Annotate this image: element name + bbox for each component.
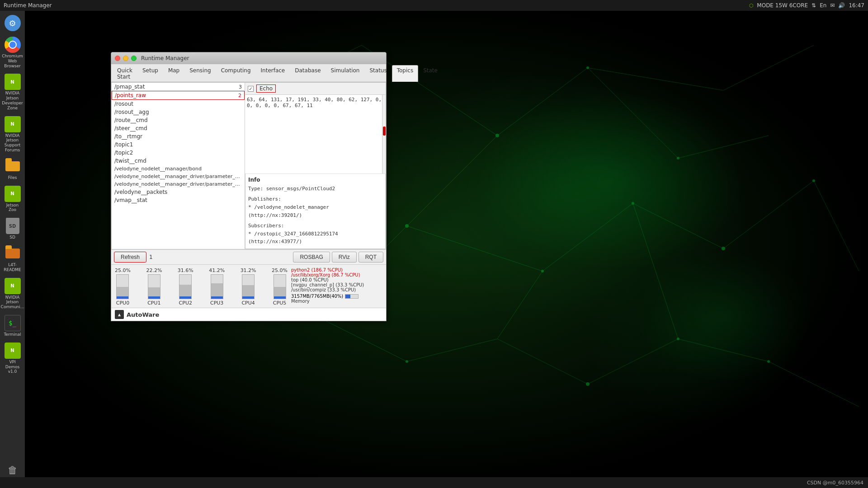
svg-point-36 <box>475 90 746 271</box>
files-icon <box>5 158 21 174</box>
volume-icon: 🔊 <box>838 2 845 9</box>
sidebar-label-sd: SD <box>9 235 15 240</box>
bottom-controls: Refresh 1 ROSBAG RViz RQT <box>111 249 386 264</box>
mail-icon: ✉ <box>830 2 835 9</box>
cpu3-label: CPU3 <box>210 300 223 306</box>
minimize-button[interactable] <box>123 56 128 61</box>
echo-checkbox[interactable] <box>248 86 254 92</box>
topic-item-rosout-agg[interactable]: /rosout__agg <box>112 108 245 116</box>
tab-sensing[interactable]: Sensing <box>184 65 216 82</box>
topic-item-route-cmd[interactable]: /route__cmd <box>112 116 245 124</box>
topic-item-to-rtmgr[interactable]: /to__rtmgr <box>112 132 245 141</box>
nvidia-community-icon: N <box>5 278 21 294</box>
sidebar-item-nvidia-dev[interactable]: N NVIDIA Jetson Developer Zone <box>2 72 24 112</box>
runtime-manager-window: Runtime Manager Quick Start Setup Map Se… <box>111 52 387 321</box>
sidebar-label-jetson-zoo: Jetson Zoo <box>3 203 23 213</box>
topic-item-velodyne-driver-descr[interactable]: /velodyne_nodelet__manager_driver/parame… <box>112 173 245 180</box>
tab-computing[interactable]: Computing <box>216 65 256 82</box>
echo-scrollbar[interactable] <box>382 95 386 174</box>
sidebar-item-nvidia-forums[interactable]: N NVIDIA Jetson Support Forums <box>2 114 24 155</box>
topic-item-steer-cmd[interactable]: /steer__cmd <box>112 124 245 132</box>
topic-item-velodyne-packets[interactable]: /velodyne__packets <box>112 188 245 196</box>
sidebar-item-jetson-zoo[interactable]: N Jetson Zoo <box>2 184 24 215</box>
cpu-monitor: 25.0% CPU0 22.2% <box>111 264 386 308</box>
sidebar-label-l4t: L4T-README <box>3 263 23 272</box>
statusbar-bottom: CSDN @m0_60355964 <box>0 477 868 488</box>
cpu5-bar-blue <box>274 296 286 299</box>
cpu5-percent: 25.0% <box>272 267 288 273</box>
taskbar-left: Runtime Manager <box>4 2 52 9</box>
topic-list[interactable]: /pmap_stat 3 /points_raw 2 /rosout /roso… <box>111 82 245 249</box>
svg-point-30 <box>812 179 815 182</box>
cpu2-bar <box>179 274 192 299</box>
tab-state[interactable]: State <box>418 65 443 82</box>
sidebar-item-settings[interactable]: ⚙ <box>2 13 24 33</box>
echo-data: 63, 64, 131, 17, 191, 33, 40, 80, 62, 12… <box>245 95 386 174</box>
process-info: python2 (186.7 %CPU) /usr/lib/xorg/Xorg … <box>288 267 382 304</box>
cpu2-bar-gray <box>179 285 191 296</box>
maximize-button[interactable] <box>131 56 137 61</box>
process-4: /usr/bin/compiz (33.3 %CPU) <box>291 287 382 292</box>
sidebar-item-chromium[interactable]: Chromium Web Browser <box>2 35 24 70</box>
cpu0-percent: 25.0% <box>115 267 131 273</box>
tab-topics[interactable]: Topics <box>392 65 418 82</box>
topic-item-velodyne-driver-updat[interactable]: /velodyne_nodelet__manager_driver/parame… <box>112 180 245 188</box>
topic-item-twist-cmd[interactable]: /twist__cmd <box>112 157 245 165</box>
svg-point-32 <box>406 360 408 363</box>
rviz-button[interactable]: RViz <box>332 252 357 263</box>
topic-item-vmap-stat[interactable]: /vmap__stat <box>112 196 245 204</box>
info-publishers-label: Publishers: <box>248 195 382 203</box>
info-panel: Info Type: sensor_msgs/PointCloud2 Publi… <box>245 174 386 249</box>
sidebar-item-files[interactable]: Files <box>2 156 24 182</box>
svg-point-33 <box>586 382 590 386</box>
taskbar-top: Runtime Manager ⬡ MODE 15W 6CORE ⇅ En ✉ … <box>0 0 868 11</box>
sidebar-label-nvidia-dev: NVIDIA Jetson Developer Zone <box>2 91 23 110</box>
tab-quick-start[interactable]: Quick Start <box>112 65 137 82</box>
window-content: /pmap_stat 3 /points_raw 2 /rosout /roso… <box>111 82 386 321</box>
sidebar-label-terminal: Terminal <box>4 332 21 337</box>
memory-label-row: Memory <box>291 299 382 304</box>
cpu0-bar <box>116 274 129 299</box>
cpu2-percent: 31.6% <box>178 267 193 273</box>
sidebar-item-l4t[interactable]: L4T-README <box>2 244 24 274</box>
topic-item-rosout[interactable]: /rosout <box>112 100 245 108</box>
bottom-right-controls: ROSBAG RViz RQT <box>293 252 383 263</box>
topic-item-topic2[interactable]: /topic2 <box>112 149 245 157</box>
cpu1-percent: 22.2% <box>146 267 162 273</box>
cpu4-bar <box>242 274 255 299</box>
sidebar: ⚙ Chromium Web Browser N NVIDIA Jetson D… <box>0 11 25 488</box>
tab-simulation[interactable]: Simulation <box>326 65 365 82</box>
topic-item-velodyne-bond[interactable]: /velodyne_nodelet__manager/bond <box>112 165 245 173</box>
cpu4-item: 31.2% CPU4 <box>241 267 256 306</box>
svg-line-13 <box>407 339 497 361</box>
tab-database[interactable]: Database <box>290 65 326 82</box>
tab-interface[interactable]: Interface <box>256 65 290 82</box>
tab-map[interactable]: Map <box>163 65 184 82</box>
refresh-button[interactable]: Refresh <box>114 252 146 263</box>
autoware-logo-icon: ▲ <box>115 310 124 319</box>
sidebar-item-nvidia-community[interactable]: N NVIDIA Jetson Communi... <box>2 276 24 311</box>
rosbag-button[interactable]: ROSBAG <box>293 252 330 263</box>
svg-point-37 <box>633 249 814 384</box>
rqt-button[interactable]: RQT <box>359 252 383 263</box>
cpu5-item: 25.0% CPU5 <box>272 267 288 306</box>
cpu3-item: 41.2% CPU3 <box>209 267 225 306</box>
tab-status[interactable]: Status <box>364 65 392 82</box>
svg-line-9 <box>723 45 814 90</box>
svg-line-14 <box>497 339 588 384</box>
cpu-bars-section: 25.0% CPU0 22.2% <box>115 267 288 306</box>
sidebar-item-terminal[interactable]: $_ Terminal <box>2 313 24 339</box>
topics-panel: /pmap_stat 3 /points_raw 2 /rosout /roso… <box>111 82 386 249</box>
process-1: /usr/lib/xorg/Xorg (86.7 %CPU) <box>291 272 382 277</box>
svg-line-22 <box>769 361 859 407</box>
topic-item-pmap[interactable]: /pmap_stat 3 <box>112 83 245 91</box>
tab-setup[interactable]: Setup <box>137 65 163 82</box>
cpu5-bar <box>274 274 286 299</box>
sidebar-item-vpi[interactable]: N VPI Demos v1.0 <box>2 341 24 376</box>
close-button[interactable] <box>115 56 120 61</box>
topic-pmap-badge: 3 <box>239 84 242 90</box>
topic-item-topic1[interactable]: /topic1 <box>112 141 245 149</box>
topic-item-points-raw[interactable]: /points_raw 2 <box>112 91 245 100</box>
info-subscribers-value: * /rostopic_3247_1660812295174 (http://n… <box>248 230 382 246</box>
sidebar-item-sd[interactable]: SD SD <box>2 216 24 242</box>
